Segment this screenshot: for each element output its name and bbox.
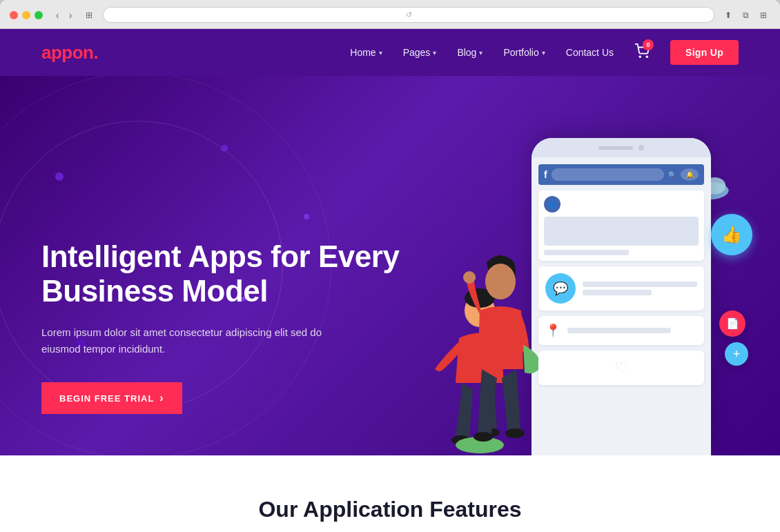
phone-speaker — [598, 146, 633, 150]
cta-button[interactable]: BEGIN FREE TRIAL › — [41, 382, 182, 414]
messenger-card: 💬 — [538, 266, 704, 311]
nav-item-contact[interactable]: Contact Us — [566, 47, 614, 58]
line-placeholder — [583, 282, 697, 287]
svg-point-0 — [639, 56, 641, 57]
minimize-button[interactable] — [22, 11, 30, 19]
forward-button[interactable]: › — [66, 8, 76, 22]
nav-item-signup[interactable]: Sign Up — [670, 40, 739, 65]
logo-text: appon — [41, 42, 94, 63]
chevron-down-icon: ▾ — [479, 49, 482, 57]
logo-dot: . — [94, 42, 99, 63]
plus-icon-float: + — [725, 342, 748, 366]
document-icon-float: 📄 — [719, 311, 745, 337]
svg-point-14 — [505, 428, 525, 438]
cart-item[interactable]: 0 — [634, 43, 650, 61]
svg-point-11 — [485, 264, 516, 299]
nav-links: Home ▾ Pages ▾ Blog ▾ — [350, 40, 739, 65]
browser-chrome: ‹ › ⊞ ↺ ⬆ ⧉ ⊞ — [0, 0, 780, 29]
facebook-logo: f — [544, 169, 547, 180]
chevron-down-icon: ▾ — [433, 49, 436, 57]
cart-icon-wrap[interactable]: 0 — [634, 43, 650, 61]
browser-actions: ⬆ ⧉ ⊞ — [721, 9, 770, 21]
location-pin-icon: 📍 — [545, 323, 560, 338]
thumbs-up-icon: 👍 — [721, 225, 742, 244]
phone-top-bar — [532, 138, 711, 157]
cta-arrow-icon: › — [159, 392, 164, 404]
location-card: 📍 — [538, 316, 704, 345]
like-circle: 👍 — [711, 214, 752, 255]
heart-icon: ♡ — [614, 359, 628, 377]
back-button[interactable]: ‹ — [52, 8, 63, 22]
notification-icon: 🔔 — [686, 171, 694, 178]
decorative-dot — [55, 173, 64, 181]
tabs-icon[interactable]: ⧉ — [739, 9, 752, 21]
nav-item-portfolio[interactable]: Portfolio ▾ — [503, 47, 545, 58]
phone-mockup: f 🔍 🔔 👤 — [532, 138, 711, 455]
navbar: appon. Home ▾ Pages ▾ Blog — [0, 29, 780, 76]
hero-title: Intelligent Apps for Every Business Mode… — [41, 239, 407, 309]
nav-item-blog[interactable]: Blog ▾ — [457, 47, 482, 58]
website: appon. Home ▾ Pages ▾ Blog — [0, 29, 780, 532]
hero-subtitle: Lorem ipsum dolor sit amet consectetur a… — [41, 324, 345, 357]
svg-point-13 — [474, 432, 493, 442]
signup-button[interactable]: Sign Up — [670, 40, 739, 65]
nav-link-portfolio[interactable]: Portfolio ▾ — [503, 47, 545, 58]
nav-link-blog[interactable]: Blog ▾ — [457, 47, 482, 58]
decorative-dot — [221, 145, 228, 152]
menu-icon[interactable]: ⊞ — [757, 9, 770, 21]
grid-icon[interactable]: ⊞ — [82, 9, 96, 21]
phone-card-1: 👤 — [538, 190, 704, 261]
facebook-search-bar — [552, 168, 664, 181]
hero-illustration: f 🔍 🔔 👤 — [407, 117, 739, 455]
decorative-dot — [304, 214, 309, 219]
heart-card: ♡ — [538, 351, 704, 385]
phone-camera — [638, 145, 644, 150]
line-placeholder — [567, 328, 671, 333]
user-icon: 👤 — [548, 201, 556, 208]
share-icon[interactable]: ⬆ — [721, 9, 735, 21]
line-placeholder — [583, 290, 652, 295]
chevron-down-icon: ▾ — [379, 49, 382, 57]
cart-badge: 0 — [643, 39, 654, 50]
browser-nav: ‹ › — [52, 8, 75, 22]
browser-window: ‹ › ⊞ ↺ ⬆ ⧉ ⊞ appon. Home ▾ — [0, 0, 780, 532]
svg-point-1 — [646, 56, 647, 57]
hero-content: Intelligent Apps for Every Business Mode… — [41, 239, 407, 455]
search-icon: 🔍 — [668, 171, 676, 179]
logo: appon. — [41, 42, 98, 63]
nav-link-home[interactable]: Home ▾ — [350, 47, 382, 58]
cta-label: BEGIN FREE TRIAL — [59, 393, 154, 404]
document-icon: 📄 — [726, 317, 739, 330]
plus-icon: + — [733, 347, 741, 362]
nav-link-contact[interactable]: Contact Us — [566, 47, 614, 58]
address-bar[interactable]: ↺ — [103, 7, 714, 23]
nav-item-pages[interactable]: Pages ▾ — [403, 47, 437, 58]
nav-item-home[interactable]: Home ▾ — [350, 47, 382, 58]
features-section: Our Application Features On the other ha… — [0, 455, 780, 532]
hero-section: Intelligent Apps for Every Business Mode… — [0, 76, 780, 455]
features-title: Our Application Features — [41, 497, 739, 522]
close-button[interactable] — [10, 11, 18, 19]
nav-link-pages[interactable]: Pages ▾ — [403, 47, 437, 58]
person-right-figure — [462, 242, 538, 455]
svg-point-12 — [463, 271, 476, 284]
messenger-icon: 💬 — [545, 273, 576, 304]
facebook-bar: f 🔍 🔔 — [538, 164, 704, 185]
maximize-button[interactable] — [35, 11, 43, 19]
post-image-placeholder — [544, 217, 699, 246]
phone-screen: f 🔍 🔔 👤 — [532, 157, 711, 392]
chevron-down-icon: ▾ — [542, 49, 545, 57]
traffic-lights — [10, 11, 43, 19]
